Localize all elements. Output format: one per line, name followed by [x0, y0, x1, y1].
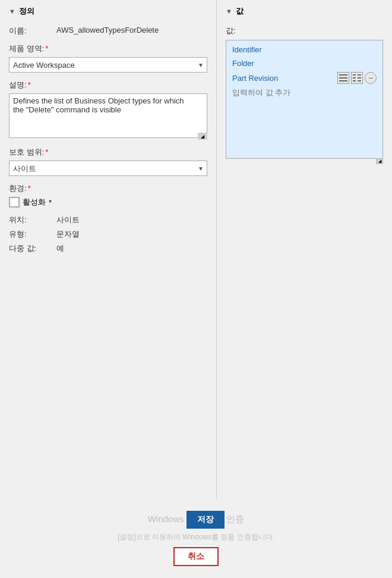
activate-label: 활성화: [23, 197, 46, 208]
multi-value-label: 다중 값:: [9, 243, 56, 254]
values-title: 값: [236, 6, 244, 17]
definition-section-header: ▼ 정의: [9, 6, 207, 17]
svg-rect-5: [353, 80, 356, 81]
product-area-block: 제품 영역:* Active Workspace 기본값 기타 ▼: [9, 43, 207, 73]
definition-arrow-icon: ▼: [9, 8, 15, 15]
values-label: 값:: [226, 26, 383, 36]
type-row: 유형: 문자열: [9, 229, 207, 240]
environment-label: 환경:*: [9, 183, 207, 194]
protection-scope-select-wrapper: 사이트 그룹 역할 사용자 ▼: [9, 161, 207, 176]
location-row: 위치: 사이트: [9, 215, 207, 225]
description-textarea[interactable]: Defines the list of Business Object type…: [9, 93, 207, 138]
protection-scope-label: 보호 범위:*: [9, 147, 207, 158]
svg-rect-3: [353, 74, 356, 76]
value-item-identifier[interactable]: Identifier: [229, 43, 380, 56]
values-resize-area: ◢: [226, 158, 383, 164]
svg-rect-4: [353, 77, 356, 78]
svg-rect-2: [339, 80, 347, 81]
description-label: 설명:*: [9, 80, 207, 90]
value-item-folder[interactable]: Folder: [229, 56, 380, 70]
product-area-select-wrapper: Active Workspace 기본값 기타 ▼: [9, 57, 207, 73]
environment-block: 환경:* 활성화 *: [9, 183, 207, 208]
values-section-header: ▼ 값: [226, 6, 383, 17]
location-label: 위치:: [9, 215, 56, 225]
protection-scope-block: 보호 범위:* 사이트 그룹 역할 사용자 ▼: [9, 147, 207, 176]
windows-activation-text: [설정]으로 이동하여 Windows를 정품 인증합니다.: [118, 532, 274, 542]
value-item-part-revision-text: Part Revision: [232, 74, 337, 83]
values-resize-handle[interactable]: ◢: [376, 158, 383, 164]
product-area-select[interactable]: Active Workspace 기본값 기타: [9, 57, 207, 73]
protection-scope-select[interactable]: 사이트 그룹 역할 사용자: [9, 161, 207, 176]
cancel-button[interactable]: 취소: [173, 547, 219, 566]
values-list: Identifier Folder Part Revision: [226, 40, 383, 159]
type-value: 문자열: [56, 229, 207, 240]
right-panel: ▼ 값 값: Identifier Folder Part Revision: [217, 0, 392, 535]
multi-value-row: 다중 값: 예: [9, 243, 207, 254]
location-value: 사이트: [56, 215, 207, 225]
save-button[interactable]: 저장: [186, 511, 225, 529]
value-item-part-revision[interactable]: Part Revision: [229, 70, 380, 86]
svg-rect-8: [358, 80, 361, 81]
move-value-button[interactable]: [351, 72, 363, 84]
name-value: AWS_allowedTypesForDelete: [56, 26, 207, 34]
definition-title: 정의: [19, 6, 34, 17]
svg-rect-0: [339, 74, 347, 76]
value-actions: −: [337, 72, 377, 84]
svg-rect-6: [358, 74, 361, 76]
textarea-resize-handle[interactable]: ◢: [198, 133, 207, 140]
svg-rect-1: [339, 77, 347, 78]
activate-row: 활성화 *: [9, 197, 207, 208]
svg-rect-7: [358, 77, 361, 78]
remove-value-button[interactable]: −: [365, 72, 377, 84]
name-label: 이름:: [9, 26, 56, 36]
bottom-area: Windows 저장 인증 [설정]으로 이동하여 Windows를 정품 인증…: [0, 499, 392, 578]
activate-required: *: [49, 198, 52, 207]
edit-value-button[interactable]: [337, 72, 349, 84]
description-textarea-wrapper: Defines the list of Business Object type…: [9, 93, 207, 140]
add-value-input[interactable]: [229, 86, 380, 99]
left-panel: ▼ 정의 이름: AWS_allowedTypesForDelete 제품 영역…: [0, 0, 217, 535]
description-block: 설명:* Defines the list of Business Object…: [9, 80, 207, 140]
multi-value-value: 예: [56, 243, 207, 254]
product-area-label: 제품 영역:*: [9, 43, 207, 54]
name-row: 이름: AWS_allowedTypesForDelete: [9, 26, 207, 36]
values-arrow-icon: ▼: [226, 8, 232, 15]
type-label: 유형:: [9, 229, 56, 240]
windows-watermark: Windows 저장 인증: [12, 511, 380, 529]
activate-checkbox[interactable]: [9, 197, 20, 208]
